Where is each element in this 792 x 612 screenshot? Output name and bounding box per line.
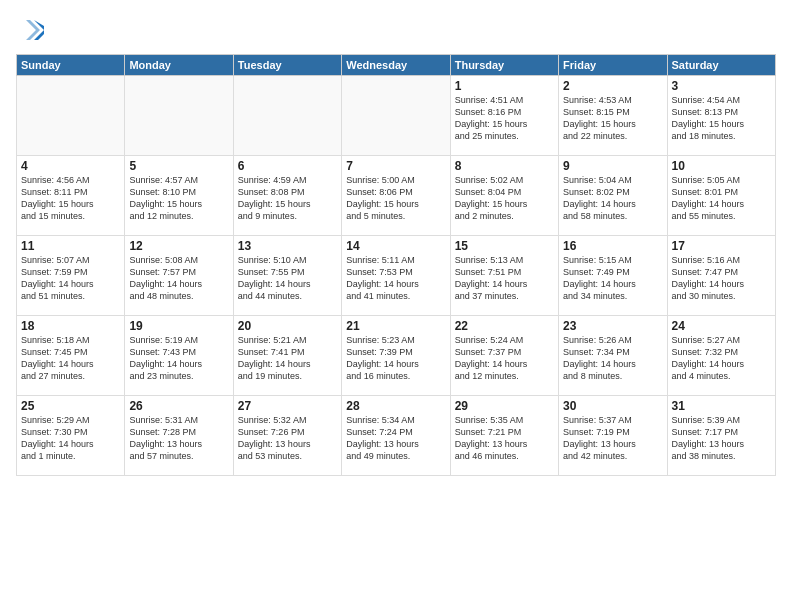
day-info: Sunrise: 4:56 AM Sunset: 8:11 PM Dayligh…: [21, 174, 120, 223]
day-info: Sunrise: 5:02 AM Sunset: 8:04 PM Dayligh…: [455, 174, 554, 223]
day-info: Sunrise: 4:59 AM Sunset: 8:08 PM Dayligh…: [238, 174, 337, 223]
day-info: Sunrise: 4:57 AM Sunset: 8:10 PM Dayligh…: [129, 174, 228, 223]
calendar-day-cell: 13Sunrise: 5:10 AM Sunset: 7:55 PM Dayli…: [233, 236, 341, 316]
day-number: 7: [346, 159, 445, 173]
day-info: Sunrise: 5:00 AM Sunset: 8:06 PM Dayligh…: [346, 174, 445, 223]
calendar-day-cell: 12Sunrise: 5:08 AM Sunset: 7:57 PM Dayli…: [125, 236, 233, 316]
calendar-day-cell: 7Sunrise: 5:00 AM Sunset: 8:06 PM Daylig…: [342, 156, 450, 236]
calendar-day-cell: 10Sunrise: 5:05 AM Sunset: 8:01 PM Dayli…: [667, 156, 775, 236]
day-number: 15: [455, 239, 554, 253]
calendar-day-cell: 19Sunrise: 5:19 AM Sunset: 7:43 PM Dayli…: [125, 316, 233, 396]
day-number: 18: [21, 319, 120, 333]
day-info: Sunrise: 5:35 AM Sunset: 7:21 PM Dayligh…: [455, 414, 554, 463]
calendar-day-cell: 26Sunrise: 5:31 AM Sunset: 7:28 PM Dayli…: [125, 396, 233, 476]
day-number: 3: [672, 79, 771, 93]
day-info: Sunrise: 5:08 AM Sunset: 7:57 PM Dayligh…: [129, 254, 228, 303]
calendar-day-cell: [342, 76, 450, 156]
calendar-week-row: 1Sunrise: 4:51 AM Sunset: 8:16 PM Daylig…: [17, 76, 776, 156]
day-number: 26: [129, 399, 228, 413]
calendar-day-cell: 29Sunrise: 5:35 AM Sunset: 7:21 PM Dayli…: [450, 396, 558, 476]
calendar-day-cell: 22Sunrise: 5:24 AM Sunset: 7:37 PM Dayli…: [450, 316, 558, 396]
logo-icon: [16, 16, 44, 44]
day-info: Sunrise: 5:32 AM Sunset: 7:26 PM Dayligh…: [238, 414, 337, 463]
day-number: 13: [238, 239, 337, 253]
calendar-day-cell: 3Sunrise: 4:54 AM Sunset: 8:13 PM Daylig…: [667, 76, 775, 156]
calendar-day-cell: 27Sunrise: 5:32 AM Sunset: 7:26 PM Dayli…: [233, 396, 341, 476]
day-info: Sunrise: 5:16 AM Sunset: 7:47 PM Dayligh…: [672, 254, 771, 303]
weekday-header: Sunday: [17, 55, 125, 76]
weekday-header-row: SundayMondayTuesdayWednesdayThursdayFrid…: [17, 55, 776, 76]
calendar-day-cell: 23Sunrise: 5:26 AM Sunset: 7:34 PM Dayli…: [559, 316, 667, 396]
day-info: Sunrise: 5:18 AM Sunset: 7:45 PM Dayligh…: [21, 334, 120, 383]
calendar-day-cell: 5Sunrise: 4:57 AM Sunset: 8:10 PM Daylig…: [125, 156, 233, 236]
calendar-day-cell: 30Sunrise: 5:37 AM Sunset: 7:19 PM Dayli…: [559, 396, 667, 476]
day-number: 21: [346, 319, 445, 333]
day-info: Sunrise: 5:07 AM Sunset: 7:59 PM Dayligh…: [21, 254, 120, 303]
day-info: Sunrise: 5:29 AM Sunset: 7:30 PM Dayligh…: [21, 414, 120, 463]
day-number: 8: [455, 159, 554, 173]
day-number: 27: [238, 399, 337, 413]
day-info: Sunrise: 5:10 AM Sunset: 7:55 PM Dayligh…: [238, 254, 337, 303]
calendar-day-cell: 20Sunrise: 5:21 AM Sunset: 7:41 PM Dayli…: [233, 316, 341, 396]
calendar-day-cell: 8Sunrise: 5:02 AM Sunset: 8:04 PM Daylig…: [450, 156, 558, 236]
calendar-day-cell: 11Sunrise: 5:07 AM Sunset: 7:59 PM Dayli…: [17, 236, 125, 316]
day-info: Sunrise: 5:24 AM Sunset: 7:37 PM Dayligh…: [455, 334, 554, 383]
day-info: Sunrise: 4:54 AM Sunset: 8:13 PM Dayligh…: [672, 94, 771, 143]
calendar-day-cell: 25Sunrise: 5:29 AM Sunset: 7:30 PM Dayli…: [17, 396, 125, 476]
calendar-day-cell: 15Sunrise: 5:13 AM Sunset: 7:51 PM Dayli…: [450, 236, 558, 316]
day-number: 9: [563, 159, 662, 173]
calendar-week-row: 11Sunrise: 5:07 AM Sunset: 7:59 PM Dayli…: [17, 236, 776, 316]
day-info: Sunrise: 5:39 AM Sunset: 7:17 PM Dayligh…: [672, 414, 771, 463]
calendar-day-cell: 28Sunrise: 5:34 AM Sunset: 7:24 PM Dayli…: [342, 396, 450, 476]
day-info: Sunrise: 5:27 AM Sunset: 7:32 PM Dayligh…: [672, 334, 771, 383]
day-number: 30: [563, 399, 662, 413]
weekday-header: Monday: [125, 55, 233, 76]
weekday-header: Thursday: [450, 55, 558, 76]
calendar-week-row: 25Sunrise: 5:29 AM Sunset: 7:30 PM Dayli…: [17, 396, 776, 476]
calendar-day-cell: 21Sunrise: 5:23 AM Sunset: 7:39 PM Dayli…: [342, 316, 450, 396]
calendar-day-cell: 31Sunrise: 5:39 AM Sunset: 7:17 PM Dayli…: [667, 396, 775, 476]
calendar-day-cell: 16Sunrise: 5:15 AM Sunset: 7:49 PM Dayli…: [559, 236, 667, 316]
day-number: 19: [129, 319, 228, 333]
calendar-day-cell: [233, 76, 341, 156]
day-number: 4: [21, 159, 120, 173]
day-info: Sunrise: 5:05 AM Sunset: 8:01 PM Dayligh…: [672, 174, 771, 223]
day-number: 5: [129, 159, 228, 173]
day-number: 2: [563, 79, 662, 93]
day-number: 28: [346, 399, 445, 413]
calendar-table: SundayMondayTuesdayWednesdayThursdayFrid…: [16, 54, 776, 476]
calendar-day-cell: 24Sunrise: 5:27 AM Sunset: 7:32 PM Dayli…: [667, 316, 775, 396]
day-info: Sunrise: 5:37 AM Sunset: 7:19 PM Dayligh…: [563, 414, 662, 463]
calendar-day-cell: 6Sunrise: 4:59 AM Sunset: 8:08 PM Daylig…: [233, 156, 341, 236]
weekday-header: Saturday: [667, 55, 775, 76]
calendar-day-cell: 4Sunrise: 4:56 AM Sunset: 8:11 PM Daylig…: [17, 156, 125, 236]
calendar-week-row: 4Sunrise: 4:56 AM Sunset: 8:11 PM Daylig…: [17, 156, 776, 236]
calendar-day-cell: 18Sunrise: 5:18 AM Sunset: 7:45 PM Dayli…: [17, 316, 125, 396]
day-number: 16: [563, 239, 662, 253]
day-number: 20: [238, 319, 337, 333]
day-number: 22: [455, 319, 554, 333]
logo: [16, 16, 48, 44]
day-info: Sunrise: 5:26 AM Sunset: 7:34 PM Dayligh…: [563, 334, 662, 383]
page: SundayMondayTuesdayWednesdayThursdayFrid…: [0, 0, 792, 612]
calendar-day-cell: 17Sunrise: 5:16 AM Sunset: 7:47 PM Dayli…: [667, 236, 775, 316]
day-info: Sunrise: 5:15 AM Sunset: 7:49 PM Dayligh…: [563, 254, 662, 303]
day-info: Sunrise: 5:13 AM Sunset: 7:51 PM Dayligh…: [455, 254, 554, 303]
day-number: 10: [672, 159, 771, 173]
calendar-day-cell: 14Sunrise: 5:11 AM Sunset: 7:53 PM Dayli…: [342, 236, 450, 316]
day-number: 11: [21, 239, 120, 253]
calendar-day-cell: 9Sunrise: 5:04 AM Sunset: 8:02 PM Daylig…: [559, 156, 667, 236]
day-number: 1: [455, 79, 554, 93]
calendar-day-cell: [17, 76, 125, 156]
day-number: 29: [455, 399, 554, 413]
day-number: 12: [129, 239, 228, 253]
day-info: Sunrise: 5:34 AM Sunset: 7:24 PM Dayligh…: [346, 414, 445, 463]
day-info: Sunrise: 5:23 AM Sunset: 7:39 PM Dayligh…: [346, 334, 445, 383]
weekday-header: Wednesday: [342, 55, 450, 76]
day-number: 25: [21, 399, 120, 413]
header: [16, 16, 776, 44]
weekday-header: Tuesday: [233, 55, 341, 76]
calendar-day-cell: 1Sunrise: 4:51 AM Sunset: 8:16 PM Daylig…: [450, 76, 558, 156]
day-number: 24: [672, 319, 771, 333]
day-number: 17: [672, 239, 771, 253]
